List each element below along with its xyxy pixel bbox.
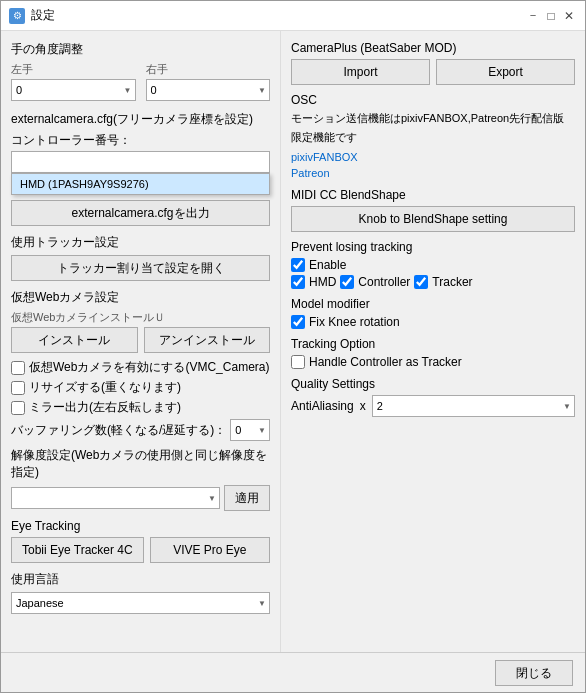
controller-label: Controller bbox=[358, 275, 410, 289]
patreon-link-row: Patreon bbox=[291, 166, 575, 180]
enable-vmc-label: 仮想Webカメラを有効にする(VMC_Camera) bbox=[29, 359, 269, 376]
language-select-wrapper: Japanese bbox=[11, 592, 270, 614]
tracker-checkbox[interactable] bbox=[414, 275, 428, 289]
controller-input[interactable] bbox=[11, 151, 270, 173]
right-hand-col: 右手 0 bbox=[146, 62, 271, 101]
resolution-row: 適用 bbox=[11, 485, 270, 511]
titlebar-left: ⚙ 設定 bbox=[9, 7, 55, 24]
controller-number-label: コントローラー番号： bbox=[11, 132, 131, 149]
right-hand-select-wrapper: 0 bbox=[146, 79, 271, 101]
x-label: x bbox=[360, 399, 366, 413]
right-hand-select[interactable]: 0 bbox=[146, 79, 271, 101]
midi-section-label: MIDI CC BlendShape bbox=[291, 188, 575, 202]
install-button[interactable]: インストール bbox=[11, 327, 138, 353]
resolution-label: 解像度設定(Webカメラの使用側と同じ解像度を指定) bbox=[11, 447, 270, 481]
bottom-bar: 閉じる bbox=[1, 652, 585, 692]
hand-row: 左手 0 右手 0 bbox=[11, 62, 270, 101]
tracking-option-section-label: Tracking Option bbox=[291, 337, 575, 351]
resize-label: リサイズする(重くなります) bbox=[29, 379, 181, 396]
eye-tracking-section-label: Eye Tracking bbox=[11, 519, 270, 533]
tracker-section-label: 使用トラッカー設定 bbox=[11, 234, 270, 251]
language-select[interactable]: Japanese bbox=[11, 592, 270, 614]
camera-plus-btn-row: Import Export bbox=[291, 59, 575, 85]
export-button[interactable]: Export bbox=[436, 59, 575, 85]
resize-row: リサイズする(重くなります) bbox=[11, 379, 270, 396]
osc-section-label: OSC bbox=[291, 93, 575, 107]
fix-knee-checkbox[interactable] bbox=[291, 315, 305, 329]
handle-controller-checkbox[interactable] bbox=[291, 355, 305, 369]
mirror-label: ミラー出力(左右反転します) bbox=[29, 399, 181, 416]
knob-blendshape-button[interactable]: Knob to BlendShape setting bbox=[291, 206, 575, 232]
quality-section-label: Quality Settings bbox=[291, 377, 575, 391]
buffering-select-wrapper: 0 bbox=[230, 419, 270, 441]
prevent-section-label: Prevent losing tracking bbox=[291, 240, 575, 254]
right-hand-label: 右手 bbox=[146, 62, 271, 77]
close-settings-button[interactable]: 閉じる bbox=[495, 660, 573, 686]
antialias-select[interactable]: 2 bbox=[372, 395, 575, 417]
virtual-cam-section-label: 仮想Webカメラ設定 bbox=[11, 289, 270, 306]
resolution-select[interactable] bbox=[11, 487, 220, 509]
osc-text-line1: モーション送信機能はpixivFANBOX,Patreon先行配信版 bbox=[291, 111, 575, 126]
antialias-select-wrapper: 2 bbox=[372, 395, 575, 417]
export-camera-button[interactable]: externalcamera.cfgを出力 bbox=[11, 200, 270, 226]
window-title: 設定 bbox=[31, 7, 55, 24]
antialias-row: AntiAliasing x 2 bbox=[291, 395, 575, 417]
enable-vmc-row: 仮想Webカメラを有効にする(VMC_Camera) bbox=[11, 359, 270, 376]
uninstall-button[interactable]: アンインストール bbox=[144, 327, 271, 353]
controller-checkbox[interactable] bbox=[340, 275, 354, 289]
tracker-label: Tracker bbox=[432, 275, 472, 289]
camera-section-label: externalcamera.cfg(フリーカメラ座標を設定) bbox=[11, 111, 270, 128]
titlebar-controls: － □ ✕ bbox=[525, 8, 577, 24]
pixiv-link-row: pixivFANBOX bbox=[291, 150, 575, 164]
close-window-button[interactable]: ✕ bbox=[561, 8, 577, 24]
minimize-button[interactable]: － bbox=[525, 8, 541, 24]
fix-knee-label: Fix Knee rotation bbox=[309, 315, 400, 329]
enable-tracking-checkbox[interactable] bbox=[291, 258, 305, 272]
patreon-link[interactable]: Patreon bbox=[291, 167, 330, 179]
model-modifier-section-label: Model modifier bbox=[291, 297, 575, 311]
hmd-checkbox[interactable] bbox=[291, 275, 305, 289]
controller-dropdown-container: HMD (1PASH9AY9S9276) bbox=[11, 151, 270, 173]
controller-dropdown-list: HMD (1PASH9AY9S9276) bbox=[11, 173, 270, 195]
handle-controller-label: Handle Controller as Tracker bbox=[309, 355, 462, 369]
hmd-controller-tracker-row: HMD Controller Tracker bbox=[291, 275, 575, 289]
left-hand-select[interactable]: 0 bbox=[11, 79, 136, 101]
settings-window: ⚙ 設定 － □ ✕ 手の角度調整 左手 0 bbox=[0, 0, 586, 693]
left-panel: 手の角度調整 左手 0 右手 0 bbox=[1, 31, 281, 652]
fix-knee-row: Fix Knee rotation bbox=[291, 315, 575, 329]
buffering-row: バッファリング数(軽くなる/遅延する)： 0 bbox=[11, 419, 270, 441]
maximize-button[interactable]: □ bbox=[543, 8, 559, 24]
enable-vmc-checkbox[interactable] bbox=[11, 361, 25, 375]
hmd-option[interactable]: HMD (1PASH9AY9S9276) bbox=[12, 174, 269, 194]
vive-button[interactable]: VIVE Pro Eye bbox=[150, 537, 270, 563]
apply-button[interactable]: 適用 bbox=[224, 485, 270, 511]
install-uninstall-row: インストール アンインストール bbox=[11, 327, 270, 353]
resize-checkbox[interactable] bbox=[11, 381, 25, 395]
tracker-settings-button[interactable]: トラッカー割り当て設定を開く bbox=[11, 255, 270, 281]
mirror-row: ミラー出力(左右反転します) bbox=[11, 399, 270, 416]
eye-tracking-row: Tobii Eye Tracker 4C VIVE Pro Eye bbox=[11, 537, 270, 563]
mirror-checkbox[interactable] bbox=[11, 401, 25, 415]
app-icon: ⚙ bbox=[9, 8, 25, 24]
hmd-label: HMD bbox=[309, 275, 336, 289]
enable-tracking-label: Enable bbox=[309, 258, 346, 272]
tobii-button[interactable]: Tobii Eye Tracker 4C bbox=[11, 537, 144, 563]
camera-plus-section-label: CameraPlus (BeatSaber MOD) bbox=[291, 41, 575, 55]
import-button[interactable]: Import bbox=[291, 59, 430, 85]
pixiv-link[interactable]: pixivFANBOX bbox=[291, 151, 358, 163]
left-hand-col: 左手 0 bbox=[11, 62, 136, 101]
right-panel: CameraPlus (BeatSaber MOD) Import Export… bbox=[281, 31, 585, 652]
left-hand-select-wrapper: 0 bbox=[11, 79, 136, 101]
antialias-label: AntiAliasing bbox=[291, 399, 354, 413]
controller-row: コントローラー番号： bbox=[11, 132, 270, 149]
enable-tracking-row: Enable bbox=[291, 258, 575, 272]
left-hand-label: 左手 bbox=[11, 62, 136, 77]
handle-controller-row: Handle Controller as Tracker bbox=[291, 355, 575, 369]
osc-text-line2: 限定機能です bbox=[291, 130, 575, 145]
buffering-select[interactable]: 0 bbox=[230, 419, 270, 441]
language-section-label: 使用言語 bbox=[11, 571, 270, 588]
angle-section-label: 手の角度調整 bbox=[11, 41, 270, 58]
buffering-label: バッファリング数(軽くなる/遅延する)： bbox=[11, 422, 226, 439]
virtual-cam-install-label: 仮想WebカメラインストールＵ bbox=[11, 310, 270, 325]
resolution-select-wrapper bbox=[11, 487, 220, 509]
